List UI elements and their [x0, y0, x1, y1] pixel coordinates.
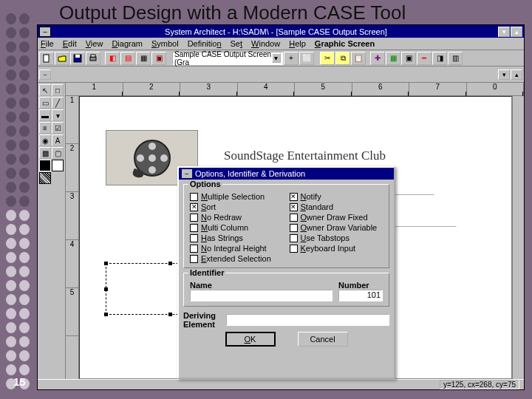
button-tool-icon[interactable]: ▬ — [39, 109, 51, 121]
image-tool-icon[interactable]: ▩ — [39, 147, 51, 159]
checkbox-option[interactable]: No Integral Height — [190, 244, 284, 253]
checkbox-icon: ✕ — [190, 203, 198, 211]
status-coords: y=125, cx=268, cy=75 — [440, 380, 519, 389]
check-tool-icon[interactable]: ☑ — [52, 122, 64, 134]
tool-palette: ↖ □ ▭ ╱ ▬ ▾ ≡ ☑ ◉ A ▩ ▢ — [38, 83, 66, 379]
doc-minimize-button[interactable]: ▾ — [498, 69, 510, 80]
copy-icon[interactable]: ⧉ — [335, 52, 350, 65]
svg-point-9 — [137, 154, 144, 162]
tool-icon[interactable]: ▦ — [386, 52, 400, 65]
menu-diagram[interactable]: Diagram — [112, 39, 143, 48]
horizontal-ruler: 1 2 3 4 5 6 7 0 — [66, 83, 524, 96]
menu-window[interactable]: Window — [251, 39, 280, 48]
checkbox-icon — [190, 214, 198, 222]
fg-color-swatch[interactable] — [39, 160, 51, 171]
checkbox-option[interactable]: Multiple Selection — [190, 192, 284, 201]
checkbox-option[interactable]: Extended Selection — [190, 254, 284, 263]
checkbox-label: Owner Draw Variable — [301, 223, 378, 232]
checkbox-option[interactable]: Owner Draw Fixed — [290, 213, 383, 222]
deriving-field[interactable] — [226, 314, 389, 326]
save-icon[interactable] — [70, 52, 85, 65]
list-tool-icon[interactable]: ≡ — [39, 122, 51, 134]
menu-graphic-screen[interactable]: Graphic Screen — [315, 39, 375, 48]
toolbar-main: ◧ ▤ ▦ ▣ Sample CASE Output Screen (Gra▾ … — [38, 50, 524, 66]
group-tool-icon[interactable]: ▢ — [52, 147, 64, 159]
doc-restore-button[interactable]: ▴ — [511, 69, 522, 80]
zoom-in-icon[interactable]: + — [284, 52, 299, 65]
tool-icon[interactable]: ▣ — [151, 52, 166, 65]
bg-color-swatch[interactable] — [52, 160, 64, 171]
menu-symbol[interactable]: Symbol — [151, 39, 179, 48]
checkbox-option[interactable]: Has Strings — [190, 233, 284, 242]
doc-sysmenu-icon[interactable]: − — [39, 69, 51, 80]
menu-set[interactable]: Set — [231, 39, 243, 48]
window-title: System Architect - H:\SADM\ - [Sample CA… — [54, 27, 498, 36]
new-icon[interactable] — [39, 52, 54, 65]
checkbox-option[interactable]: ✕Standard — [290, 202, 383, 211]
checkbox-option[interactable]: No Redraw — [190, 213, 284, 222]
checkbox-label: Use Tabstops — [301, 233, 349, 242]
svg-point-10 — [160, 154, 168, 162]
checkbox-option[interactable]: ✕Notify — [290, 192, 383, 201]
pattern-swatch[interactable] — [39, 172, 51, 184]
dialog-titlebar[interactable]: Options, Identifier & Derivation — [179, 168, 394, 180]
menu-help[interactable]: Help — [289, 39, 306, 48]
svg-rect-2 — [75, 55, 80, 58]
identifier-groupbox: Identifier Name Number 101 — [183, 273, 389, 307]
rect-tool-icon[interactable]: ▭ — [39, 97, 51, 109]
checkbox-label: Standard — [301, 202, 334, 211]
titlebar: System Architect - H:\SADM\ - [Sample CA… — [38, 25, 524, 38]
minimize-button[interactable]: ▾ — [498, 27, 510, 37]
vertical-scrollbar[interactable] — [512, 96, 524, 379]
id-number-field[interactable]: 101 — [338, 290, 383, 301]
menu-edit[interactable]: Edit — [63, 39, 77, 48]
print-icon[interactable] — [86, 52, 100, 65]
tool-icon[interactable]: ▣ — [401, 52, 416, 65]
tool-icon[interactable]: ▤ — [120, 52, 135, 65]
checkbox-icon — [190, 234, 198, 242]
cancel-button[interactable]: Cancel — [298, 332, 348, 347]
checkbox-label: Keyboard Input — [301, 244, 356, 253]
tool-icon[interactable]: ▥ — [448, 52, 463, 65]
tool-icon[interactable]: ◧ — [105, 52, 120, 65]
paste-icon[interactable]: 📋 — [351, 52, 366, 65]
checkbox-icon: ✕ — [290, 203, 298, 211]
checkbox-label: No Redraw — [201, 213, 242, 222]
svg-rect-3 — [90, 57, 96, 61]
combo-tool-icon[interactable]: ▾ — [52, 109, 64, 121]
checkbox-icon — [190, 255, 198, 263]
dialog-title: Options, Identifier & Derivation — [195, 169, 305, 178]
id-name-field[interactable] — [190, 290, 332, 301]
checkbox-label: No Integral Height — [201, 244, 267, 253]
id-number-label: Number — [338, 281, 383, 290]
text-tool-icon[interactable]: □ — [52, 84, 64, 96]
tool-icon[interactable]: ▦ — [136, 52, 151, 65]
open-icon[interactable] — [55, 52, 69, 65]
id-name-label: Name — [190, 281, 332, 290]
checkbox-option[interactable]: Owner Draw Variable — [290, 223, 383, 232]
checkbox-label: Sort — [201, 202, 216, 211]
svg-point-8 — [149, 166, 156, 174]
checkbox-label: Has Strings — [201, 233, 243, 242]
tool-icon[interactable]: ◨ — [432, 52, 447, 65]
ok-button[interactable]: OK — [225, 332, 276, 347]
menu-view[interactable]: View — [86, 39, 103, 48]
pointer-icon[interactable]: ↖ — [39, 84, 51, 96]
tool-icon[interactable]: ✚ — [370, 52, 385, 65]
menu-definition[interactable]: Definition — [188, 39, 222, 48]
zoom-icon[interactable]: ⬜ — [299, 52, 314, 65]
maximize-button[interactable]: ▴ — [511, 27, 522, 37]
menu-file[interactable]: File — [41, 39, 54, 48]
tool-icon[interactable]: ━ — [417, 52, 432, 65]
cut-icon[interactable]: ✂ — [320, 52, 335, 65]
system-menu-icon[interactable] — [39, 27, 51, 37]
dialog-sysmenu-icon[interactable] — [182, 169, 192, 178]
line-tool-icon[interactable]: ╱ — [52, 97, 64, 109]
radio-tool-icon[interactable]: ◉ — [39, 134, 51, 146]
label-tool-icon[interactable]: A — [52, 134, 64, 146]
checkbox-option[interactable]: Use Tabstops — [290, 233, 383, 242]
checkbox-option[interactable]: Keyboard Input — [290, 244, 383, 253]
checkbox-option[interactable]: ✕Sort — [190, 202, 284, 211]
diagram-selector[interactable]: Sample CASE Output Screen (Gra▾ — [172, 52, 283, 65]
checkbox-option[interactable]: Multi Column — [190, 223, 284, 232]
